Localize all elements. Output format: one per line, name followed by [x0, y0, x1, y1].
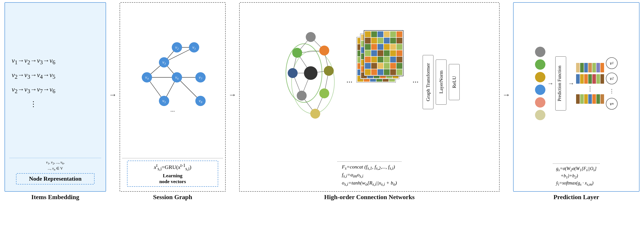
- output-vn: vn: [606, 98, 618, 110]
- hocn-top: ···: [277, 5, 462, 159]
- svg-text:...: ...: [170, 106, 175, 113]
- output-v2: v2: [606, 73, 618, 84]
- layernorm-label: LayerNorm: [438, 71, 444, 94]
- arrow-2: →: [228, 0, 236, 201]
- pred-circle-4: [535, 85, 546, 95]
- pred-function-label: Prediction Function: [557, 65, 562, 101]
- emb-dots: ⋮: [587, 85, 593, 92]
- svg-point-50: [310, 109, 320, 119]
- svg-point-28: [292, 50, 334, 114]
- svg-point-46: [304, 66, 318, 80]
- seq-dots: ⋮: [12, 98, 101, 111]
- output-nodes: v1 v2 ⋮ vn: [606, 57, 618, 110]
- sg-formula: xts,i=GRU(xt-1s,i): [154, 163, 191, 171]
- graph-transformer-label: Graph Transformer: [425, 63, 431, 101]
- svg-point-43: [292, 48, 302, 58]
- relu-box: ReLU: [449, 64, 460, 100]
- pred-circle-1: [535, 47, 546, 57]
- svg-point-49: [319, 88, 329, 98]
- graph-transformer-box: Graph Transformer: [423, 55, 434, 109]
- node-representation-box: Node Representation: [16, 173, 94, 185]
- svg-point-48: [297, 91, 307, 101]
- pred-circle-3: [535, 72, 546, 82]
- sg-bottom: xts,i=GRU(xt-1s,i) Learningnode vectors: [122, 158, 223, 189]
- sg-label: Learningnode vectors: [159, 173, 186, 185]
- vertical-blocks: Graph Transformer LayerNorm ReLU: [423, 55, 460, 109]
- output-dots: ⋮: [609, 88, 614, 94]
- items-embedding-box: v1→v2→v3→v6 v2→v3→v4→v5 v2→v3→v7→v6 ⋮ v1…: [4, 2, 106, 192]
- pred-circle-2: [535, 59, 546, 70]
- node-representation-label: Node Representation: [29, 176, 82, 182]
- sg-formula-box: xts,i=GRU(xt-1s,i) Learningnode vectors: [127, 161, 218, 187]
- pred-function-box: Prediction Function: [555, 56, 566, 111]
- svg-point-44: [319, 45, 329, 55]
- hocn-section: ···: [239, 2, 500, 201]
- pred-arrow-2: →: [568, 80, 574, 87]
- session-graph-svg: v2 v1 v3 v4 v6 v7 v5 v8 ...: [130, 34, 216, 129]
- hocn-f2: fs,i=aimos,i: [342, 172, 397, 179]
- seq-2: v2→v3→v4→v5: [12, 69, 101, 82]
- mid-dots-1: ···: [346, 77, 352, 87]
- hocn-f1: Fs=concat (fs,1, fs,2,..., fs,i): [342, 164, 397, 171]
- pred-circle-6: [535, 110, 546, 120]
- session-graph-box: v2 v1 v3 v4 v6 v7 v5 v8 ...: [120, 2, 226, 192]
- svg-point-45: [288, 68, 298, 78]
- prediction-box: → Prediction Function →: [513, 2, 640, 192]
- hocn-f3: os,i=tanh(wo[Rs,i||xs,i + bo): [342, 180, 397, 187]
- svg-point-47: [324, 66, 334, 76]
- emb-row-2: [576, 74, 604, 84]
- arrow-1: →: [109, 0, 117, 201]
- sg-top: v2 v1 v3 v4 v6 v7 v5 v8 ...: [130, 5, 216, 158]
- emb-row-1: [576, 63, 604, 72]
- arrow-3: →: [502, 0, 510, 201]
- hocn-network-graph: [279, 28, 342, 136]
- hocn-svg: [279, 28, 342, 136]
- ie-bottom: v1, v2, ..., v6, ..., vn ∈ V Node Repres…: [10, 158, 101, 187]
- pred-f2: +b1)+b2): [556, 173, 596, 180]
- prediction-section: → Prediction Function →: [513, 2, 640, 201]
- items-embedding-section: v1→v2→v3→v6 v2→v3→v4→v5 v2→v3→v7→v6 ⋮ v1…: [4, 2, 106, 201]
- session-graph-label: Session Graph: [153, 194, 192, 201]
- relu-label: ReLU: [451, 76, 457, 88]
- prediction-label: Prediction Layer: [554, 194, 599, 201]
- pred-embeddings-col: ⋮: [576, 63, 604, 104]
- hocn-formulas: Fs=concat (fs,1, fs,2,..., fs,i) fs,i=ai…: [337, 162, 402, 189]
- pred-formulas: gs=σ(W2σ(W1[Fs||Os] +b1)+b2) ŷi=softmax(…: [553, 164, 600, 189]
- hocn-box: ···: [239, 2, 500, 192]
- mid-dots-2: ···: [412, 77, 418, 87]
- pred-f3: ŷi=softmax(gs · xs,m): [556, 180, 596, 187]
- sequence-area: v1→v2→v3→v6 v2→v3→v4→v5 v2→v3→v7→v6 ⋮: [12, 54, 101, 111]
- matrix-sheet-1: [364, 30, 404, 76]
- output-v1: v1: [606, 57, 618, 69]
- pred-top: → Prediction Function →: [533, 5, 620, 162]
- pred-arrow-1: →: [547, 80, 554, 87]
- seq-1: v1→v2→v3→v6: [12, 54, 101, 67]
- hocn-label: High-order Connection Networks: [324, 194, 415, 201]
- emb-row-3: [576, 94, 604, 104]
- session-graph-section: v2 v1 v3 v4 v6 v7 v5 v8 ...: [120, 2, 226, 201]
- pred-circle-5: [535, 97, 546, 108]
- matrix-stack: [356, 30, 408, 134]
- seq-3: v2→v3→v7→v6: [12, 83, 101, 96]
- items-embedding-label: Items Embedding: [31, 194, 79, 201]
- ie-top: v1→v2→v3→v6 v2→v3→v4→v5 v2→v3→v7→v6 ⋮: [10, 7, 101, 158]
- pred-f1: gs=σ(W2σ(W1[Fs||Os]: [556, 166, 596, 172]
- svg-point-42: [306, 32, 316, 42]
- layernorm-box: LayerNorm: [436, 59, 446, 105]
- pred-circles-col: [535, 7, 546, 160]
- diagram-container: v1→v2→v3→v6 v2→v3→v4→v5 v2→v3→v7→v6 ⋮ v1…: [4, 2, 640, 201]
